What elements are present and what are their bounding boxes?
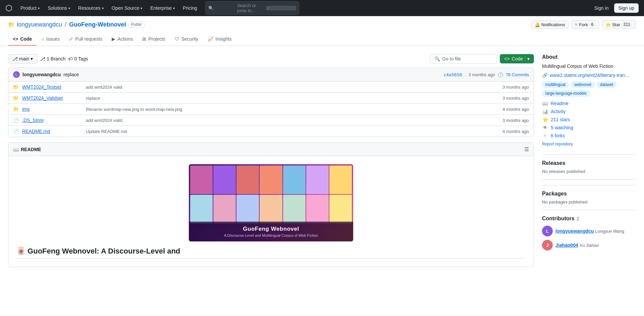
chevron-down-icon: ▾ (525, 56, 530, 61)
repo-name-link[interactable]: GuoFeng-Webnovel (69, 21, 126, 28)
branch-icon-sm: ⎇ (40, 56, 45, 61)
topic-tag[interactable]: dataset (597, 81, 616, 88)
file-age: 3 months ago (502, 96, 529, 101)
activity-link[interactable]: Activity (551, 109, 566, 114)
topic-tag[interactable]: multilingual (542, 81, 569, 88)
topic-tag[interactable]: large-language-models (542, 90, 590, 97)
nav-enterprise[interactable]: Enterprise ▾ (148, 3, 177, 13)
graph-icon: 📈 (208, 36, 213, 42)
commits-link[interactable]: 78 Commits (506, 72, 529, 77)
nav-product[interactable]: Product ▾ (18, 3, 42, 13)
table-row: 📁 img Rename wordmap-new.png to word-map… (8, 104, 534, 115)
stars-meta-row: ⭐ 211 stars (542, 117, 636, 122)
banner-subtitle: A Discourse-Level and Multilingual Corpu… (193, 233, 349, 237)
nav-pricing[interactable]: Pricing (180, 3, 200, 13)
repo-sidebar: About Multilingual Corpus of Web Fiction… (542, 54, 636, 267)
banner-overlay: GuoFeng Webnovel A Discourse-Level and M… (189, 222, 353, 241)
report-link[interactable]: Report repository (542, 142, 573, 146)
top-nav: ⬡ Product ▾ Solutions ▾ Resources ▾ Open… (0, 0, 644, 16)
repo-header: 📁 longyuewangdcu / GuoFeng-Webnovel Publ… (0, 16, 644, 46)
github-logo-icon[interactable]: ⬡ (5, 3, 12, 13)
topic-tag[interactable]: webnovel (571, 81, 595, 88)
file-name-link[interactable]: README.md (22, 129, 83, 134)
about-link[interactable]: 🔗 www2.statmt.org/wmt24/literary-tran... (542, 73, 636, 78)
about-title: About (542, 54, 636, 60)
readme-banner: GuoFeng Webnovel A Discourse-Level and M… (189, 164, 353, 241)
tab-security[interactable]: 🛡 Security (170, 33, 203, 46)
chevron-down-icon: ▾ (68, 6, 70, 10)
nav-resources[interactable]: Resources ▾ (75, 3, 106, 13)
table-row: 📁 WMT2024_Validset replace 3 months ago (8, 93, 534, 104)
file-age: 4 months ago (502, 129, 529, 134)
tab-projects[interactable]: ⊞ Projects (138, 33, 170, 46)
notifications-button[interactable]: 🔔 Notifications (531, 20, 569, 29)
contributor-handle-link[interactable]: longyuewangdcu (555, 228, 594, 234)
tab-pullrequests[interactable]: ⤢ Pull requests (64, 33, 107, 46)
list-icon[interactable]: ☰ (524, 146, 529, 152)
file-commit-msg: Update README.md (86, 129, 499, 134)
search-box[interactable]: 🔍 Search or jump to... / (205, 1, 299, 15)
main-content: ⎇ main ▾ ⎇ 1 Branch 🏷 0 Tags 🔍 Go to fil… (0, 46, 644, 275)
readme-link[interactable]: Readme (551, 101, 569, 106)
visibility-badge: Public (128, 21, 145, 28)
about-description: Multilingual Corpus of Web Fiction (542, 63, 636, 70)
banner-title: GuoFeng Webnovel (193, 226, 349, 232)
repo-main: ⎇ main ▾ ⎇ 1 Branch 🏷 0 Tags 🔍 Go to fil… (8, 54, 534, 267)
branch-count-link[interactable]: ⎇ 1 Branch (40, 56, 65, 61)
shield-icon: 🛡 (175, 36, 179, 42)
pr-icon: ⤢ (69, 36, 73, 42)
list-item: L longyuewangdcu Longyue Wang (542, 226, 636, 236)
repo-separator: / (65, 21, 66, 28)
repo-book-icon: 📁 (8, 21, 15, 28)
file-name-link[interactable]: WMT2024_Testset (22, 84, 83, 90)
file-name-link[interactable]: img (22, 106, 83, 112)
branch-selector[interactable]: ⎇ main ▾ (8, 54, 37, 63)
forks-meta-row: ⑂ 6 forks (542, 133, 636, 138)
contributor-handle-link[interactable]: Jiahao004 (555, 242, 578, 248)
file-rows: 📁 WMT2024_Testset add wmt2024 valid 3 mo… (8, 82, 534, 137)
search-icon: 🔍 (208, 6, 235, 11)
tab-issues[interactable]: ○ Issues (37, 33, 64, 46)
go-to-file-input[interactable]: 🔍 Go to file (430, 54, 497, 63)
file-name-link[interactable]: .DS_Store (22, 118, 83, 123)
signin-button[interactable]: Sign in (592, 3, 611, 13)
file-name-link[interactable]: WMT2024_Validset (22, 95, 83, 101)
commit-hash-link[interactable]: c4a5650 (443, 72, 462, 77)
file-type-icon: 📁 (13, 95, 19, 101)
code-icon: <> (504, 56, 509, 61)
signup-button[interactable]: Sign up (614, 3, 639, 13)
file-age: 4 months ago (502, 107, 529, 112)
watching-link[interactable]: 5 watching (551, 125, 573, 130)
forks-link[interactable]: 6 forks (551, 133, 565, 138)
avatar[interactable]: J (542, 240, 553, 251)
file-age: 3 months ago (502, 118, 529, 123)
file-type-icon: 📁 (13, 84, 19, 90)
releases-title: Releases (542, 154, 636, 166)
repo-title-row: 📁 longyuewangdcu / GuoFeng-Webnovel Publ… (8, 20, 636, 33)
topics: multilingualwebnoveldatasetlarge-languag… (542, 81, 636, 97)
tab-code[interactable]: <> Code (8, 33, 37, 46)
pulse-icon: 📊 (542, 109, 548, 114)
avatar[interactable]: L (542, 226, 553, 236)
tab-insights[interactable]: 📈 Insights (203, 33, 236, 46)
nav-solutions[interactable]: Solutions ▾ (45, 3, 73, 13)
fork-button[interactable]: ⑂ Fork 6 (571, 20, 599, 29)
commit-author[interactable]: longyuewangdcu (22, 72, 61, 77)
nav-opensource[interactable]: Open Source ▾ (109, 3, 145, 13)
file-commit-msg: Rename wordmap-new.png to word-map-new.p… (86, 107, 499, 112)
contributor-name: Xu Jiahao (580, 243, 599, 248)
avatar[interactable]: L (13, 71, 20, 78)
tab-actions[interactable]: ▶ Actions (107, 33, 138, 46)
stars-link[interactable]: 211 stars (551, 117, 570, 122)
issue-icon: ○ (41, 36, 44, 42)
code-dropdown-button[interactable]: <> Code ▾ (500, 54, 534, 63)
latest-commit-row: L longyuewangdcu replace c4a5650 · 3 mon… (8, 68, 534, 82)
star-button[interactable]: ⭐ Star 211 (602, 20, 636, 29)
tag-count-link[interactable]: 🏷 0 Tags (68, 56, 88, 61)
contributors-section: Contributors 2 L longyuewangdcu Longyue … (542, 210, 636, 251)
contributor-name: Longyue Wang (595, 229, 624, 234)
file-type-icon: 📁 (13, 106, 19, 112)
repo-owner-link[interactable]: longyuewangdcu (17, 21, 62, 28)
play-icon: ▶ (112, 36, 115, 42)
readme-content: GuoFeng Webnovel A Discourse-Level and M… (8, 156, 534, 267)
